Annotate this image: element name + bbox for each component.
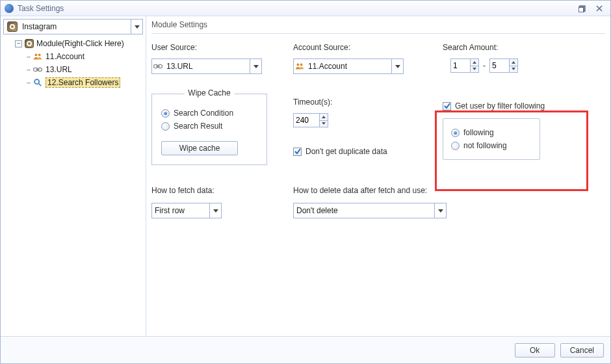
wipe-cache-button[interactable]: Wipe cache — [161, 141, 238, 155]
search-amount-to-input[interactable] — [489, 58, 509, 73]
checkbox-label: Get user by filter following — [455, 101, 545, 110]
sidebar: Instagram − Module(Right-Click Here) ⋯ 1… — [1, 16, 146, 336]
fetch-label: How to fetch data: — [151, 186, 293, 195]
collapse-icon[interactable]: − — [15, 40, 22, 47]
filter-following-group: following not following — [443, 118, 540, 160]
timeout-input[interactable] — [293, 113, 319, 127]
main-panel: Module Settings User Source: 13.URL — [146, 16, 610, 336]
wipe-search-condition-radio[interactable]: Search Condition — [161, 109, 257, 118]
dialog-footer: Ok Cancel — [1, 336, 610, 363]
checkbox-icon — [443, 102, 451, 110]
radio-label: Search Condition — [174, 109, 233, 118]
radio-icon — [451, 129, 460, 137]
spinner-up-icon[interactable] — [470, 58, 479, 66]
search-amount-from[interactable] — [450, 58, 479, 73]
instagram-icon — [25, 39, 34, 48]
app-icon — [5, 4, 14, 13]
svg-point-12 — [296, 63, 299, 66]
fetch-value: First row — [152, 206, 209, 215]
radio-icon — [161, 122, 170, 131]
ok-button[interactable]: Ok — [515, 343, 555, 358]
panel-heading: Module Settings — [151, 19, 605, 34]
restore-icon[interactable] — [575, 3, 590, 14]
timeout-label: Timeout(s): — [293, 98, 443, 107]
dont-duplicate-checkbox[interactable]: Don't get duplicate data — [293, 147, 443, 156]
task-settings-window: Task Settings Instagram − Module(Right-C… — [0, 0, 611, 364]
delete-label: How to delete data after fetch and use: — [293, 186, 605, 195]
checkbox-icon — [293, 148, 302, 156]
people-icon — [32, 51, 43, 62]
tree-item-url[interactable]: ⋯ 13.URL — [5, 63, 142, 76]
spinner-down-icon[interactable] — [319, 121, 328, 128]
link-icon — [32, 64, 43, 75]
tree-item-label: 11.Account — [46, 52, 84, 61]
search-amount-to[interactable] — [489, 58, 518, 73]
chevron-down-icon[interactable] — [391, 59, 403, 73]
cancel-button[interactable]: Cancel — [560, 343, 604, 358]
spinner-up-icon[interactable] — [509, 58, 518, 66]
account-source-value: 11.Account — [306, 62, 391, 71]
svg-point-8 — [34, 79, 39, 84]
module-tree: − Module(Right-Click Here) ⋯ 11.Account … — [3, 34, 143, 333]
svg-point-4 — [38, 53, 41, 56]
tree-item-label: 13.URL — [46, 65, 72, 74]
delete-value: Don't delete — [294, 206, 434, 215]
link-icon — [152, 63, 164, 70]
timeout-stepper[interactable] — [293, 113, 330, 127]
wipe-search-result-radio[interactable]: Search Result — [161, 122, 257, 131]
user-source-value: 13.URL — [164, 62, 250, 71]
account-source-label: Account Source: — [293, 43, 443, 52]
platform-select[interactable]: Instagram — [3, 19, 143, 34]
instagram-icon — [7, 21, 18, 32]
fetch-select[interactable]: First row — [151, 203, 222, 218]
checkbox-label: Don't get duplicate data — [306, 147, 387, 156]
radio-icon — [451, 142, 460, 150]
people-icon — [294, 62, 306, 71]
chevron-down-icon[interactable] — [131, 20, 142, 34]
search-amount-label: Search Amount: — [443, 43, 605, 52]
svg-point-13 — [300, 63, 303, 66]
svg-rect-1 — [578, 7, 584, 12]
spinner-down-icon[interactable] — [509, 66, 518, 73]
range-dash: - — [483, 61, 486, 70]
filter-following-radio[interactable]: following — [451, 128, 532, 137]
user-source-label: User Source: — [151, 43, 293, 52]
spinner-up-icon[interactable] — [319, 113, 328, 121]
account-source-select[interactable]: 11.Account — [293, 58, 404, 74]
titlebar: Task Settings — [1, 1, 610, 16]
wipe-cache-group: Wipe Cache Search Condition Search Resul… — [151, 94, 267, 165]
svg-point-3 — [34, 53, 37, 56]
search-amount-from-input[interactable] — [450, 58, 470, 73]
filter-following-checkbox[interactable]: Get user by filter following — [443, 101, 605, 110]
tree-item-search-followers[interactable]: ⋯ 12.Search Followers — [5, 76, 142, 89]
radio-label: not following — [463, 141, 507, 150]
user-source-select[interactable]: 13.URL — [151, 58, 262, 74]
wipe-cache-legend: Wipe Cache — [184, 88, 234, 98]
filter-not-following-radio[interactable]: not following — [451, 141, 532, 150]
chevron-down-icon[interactable] — [250, 59, 261, 73]
close-icon[interactable] — [592, 3, 606, 14]
window-title: Task Settings — [18, 4, 64, 13]
radio-label: Search Result — [174, 122, 222, 131]
search-icon — [32, 77, 43, 88]
chevron-down-icon[interactable] — [209, 203, 221, 218]
radio-icon — [161, 109, 170, 118]
radio-label: following — [463, 128, 494, 137]
platform-select-value: Instagram — [21, 22, 131, 31]
tree-root[interactable]: − Module(Right-Click Here) — [5, 37, 142, 50]
tree-root-label: Module(Right-Click Here) — [36, 39, 124, 48]
tree-item-label: 12.Search Followers — [46, 77, 120, 88]
delete-select[interactable]: Don't delete — [293, 203, 447, 218]
tree-item-account[interactable]: ⋯ 11.Account — [5, 50, 142, 63]
chevron-down-icon[interactable] — [434, 203, 446, 218]
spinner-down-icon[interactable] — [470, 66, 479, 73]
svg-rect-11 — [156, 66, 159, 67]
svg-rect-7 — [36, 69, 39, 70]
